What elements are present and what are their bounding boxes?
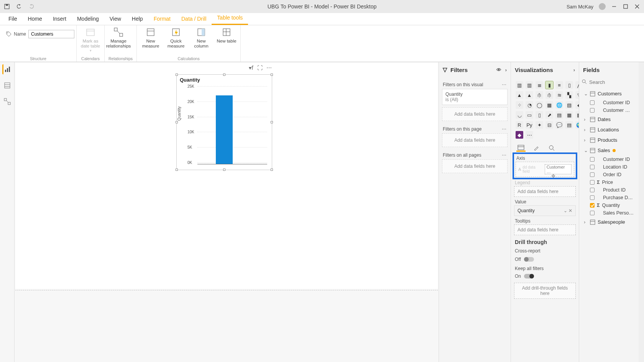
viz-multi-card-icon[interactable]: ▯ (536, 111, 543, 119)
close-button[interactable] (634, 3, 640, 10)
viz-arcgis-icon[interactable]: 🌍 (575, 121, 579, 129)
more-icon[interactable]: ⋯ (502, 152, 507, 158)
filter-card-quantity[interactable]: Quantity is (All) (442, 89, 508, 105)
field-row[interactable]: Location ID (582, 163, 641, 171)
quick-measure-button[interactable]: Quick measure (166, 27, 186, 49)
data-view-button[interactable] (2, 80, 12, 90)
tab-home[interactable]: Home (23, 13, 48, 25)
table-row[interactable]: ›Locations (582, 124, 641, 135)
viz-stacked-bar-icon[interactable]: ▥ (516, 81, 523, 89)
collapse-viz-icon[interactable]: › (573, 67, 575, 73)
viz-stacked-column-icon[interactable]: ▥ (526, 81, 533, 89)
tab-insert[interactable]: Insert (48, 13, 72, 25)
field-checkbox[interactable] (590, 180, 595, 185)
viz-shape-map-icon[interactable]: ◆ (575, 101, 579, 109)
format-tab-button[interactable] (532, 144, 541, 152)
table-row[interactable]: ⌄Customers (582, 88, 641, 99)
field-row[interactable]: Purchase D… (582, 194, 641, 201)
maximize-button[interactable] (623, 3, 629, 10)
field-row[interactable]: ΣQuantity (582, 201, 641, 209)
viz-line-column-icon[interactable]: ⫛ (536, 91, 543, 99)
tab-data-drill[interactable]: Data / Drill (176, 13, 212, 25)
viz-slicer-icon[interactable]: ▤ (555, 111, 563, 119)
fields-tab-button[interactable] (516, 144, 526, 152)
viz-filled-map-icon[interactable]: ▧ (565, 101, 573, 109)
viz-gauge-icon[interactable]: ◡ (516, 111, 523, 119)
field-row[interactable]: Customer … (582, 106, 641, 114)
report-view-button[interactable] (2, 64, 12, 74)
field-checkbox[interactable] (590, 100, 595, 105)
more-icon[interactable]: ⋯ (502, 126, 507, 132)
tab-view[interactable]: View (104, 13, 127, 25)
viz-treemap-icon[interactable]: ▦ (545, 101, 553, 109)
viz-qa-icon[interactable]: 💬 (555, 121, 563, 129)
viz-ribbon-icon[interactable]: ≋ (555, 91, 563, 99)
field-checkbox[interactable] (590, 195, 595, 200)
table-row[interactable]: ›Dates (582, 114, 641, 124)
viz-scatter-icon[interactable]: ⁘ (516, 101, 523, 109)
model-view-button[interactable] (2, 97, 12, 106)
visual-more-icon[interactable]: ⋯ (266, 65, 272, 71)
mark-as-date-table-button[interactable]: Mark as date table ▾ (80, 27, 100, 53)
field-row[interactable]: Product ID (582, 186, 641, 194)
value-field-well[interactable]: Quantity ⌄ ✕ (514, 205, 576, 216)
manage-relationships-button[interactable]: Manage relationships (108, 27, 128, 49)
viz-decomposition-icon[interactable]: ⊟ (545, 121, 553, 129)
vertical-scrollbar[interactable] (639, 62, 644, 362)
tab-help[interactable]: Help (127, 13, 148, 25)
chevron-down-icon[interactable]: ⌄ (564, 208, 567, 213)
new-column-button[interactable]: New column (191, 27, 211, 49)
viz-clustered-bar-icon[interactable]: ≣ (536, 81, 543, 89)
field-checkbox[interactable] (590, 211, 595, 215)
field-row[interactable]: Customer ID (582, 156, 641, 163)
viz-more-icon[interactable]: ⋯ (526, 131, 533, 139)
field-checkbox[interactable] (590, 108, 595, 113)
viz-key-influencers-icon[interactable]: ✦ (536, 121, 543, 129)
eye-icon[interactable]: 👁 (496, 67, 501, 73)
field-checkbox[interactable] (590, 157, 595, 162)
filters-page-dropzone[interactable]: Add data fields here (442, 133, 508, 147)
field-row[interactable]: Sales Perso… (582, 209, 641, 217)
chart-bar[interactable] (216, 95, 233, 164)
visual-focus-icon[interactable]: ⛶ (257, 65, 263, 71)
tab-modeling[interactable]: Modeling (72, 13, 104, 25)
tab-table-tools[interactable]: Table tools (212, 11, 248, 25)
viz-waterfall-icon[interactable]: ▚ (565, 91, 573, 99)
table-row[interactable]: ⌄Sales (582, 145, 641, 156)
viz-table-icon[interactable]: ▦ (565, 111, 573, 119)
viz-100-column-icon[interactable]: ▯ (565, 81, 573, 89)
remove-field-icon[interactable]: ✕ (568, 208, 572, 213)
field-checkbox[interactable] (590, 203, 595, 208)
new-table-button[interactable]: New table (217, 27, 237, 44)
more-icon[interactable]: ⋯ (502, 82, 507, 87)
drill-through-well[interactable]: Add drill-through fields here (514, 283, 576, 299)
viz-map-icon[interactable]: 🌐 (555, 101, 563, 109)
cross-report-toggle[interactable] (524, 257, 534, 262)
viz-matrix-icon[interactable]: ▦ (575, 111, 579, 119)
table-row[interactable]: ›Salespeople (582, 217, 641, 227)
field-row[interactable]: ΣPrice (582, 179, 641, 186)
page-tabs-bar[interactable] (15, 290, 438, 301)
table-name-input[interactable] (28, 30, 74, 38)
viz-powerapps-icon[interactable]: ◆ (516, 131, 523, 139)
save-icon[interactable] (4, 3, 10, 10)
viz-r-icon[interactable]: R (516, 121, 523, 129)
viz-card-icon[interactable]: ▭ (526, 111, 533, 119)
table-row[interactable]: ›Products (582, 135, 641, 145)
viz-stacked-area-icon[interactable]: ▲ (526, 91, 533, 99)
viz-line-icon[interactable]: ⋀ (575, 81, 579, 89)
report-canvas[interactable]: ▾𝖿 ⛶ ⋯ Quantity Quantity 0K5K10K15K20K25… (15, 62, 439, 362)
filters-all-dropzone[interactable]: Add data fields here (442, 159, 508, 173)
minimize-button[interactable] (611, 3, 617, 10)
visual-filter-icon[interactable]: ▾𝖿 (249, 65, 253, 71)
viz-line-clustered-icon[interactable]: ⫛ (545, 91, 553, 99)
fields-search-input[interactable] (589, 79, 644, 85)
redo-icon[interactable] (28, 3, 34, 10)
collapse-filters-icon[interactable]: › (505, 67, 507, 73)
filters-visual-dropzone[interactable]: Add data fields here (442, 107, 508, 121)
field-checkbox[interactable] (590, 172, 595, 177)
user-avatar[interactable] (599, 3, 606, 10)
axis-field-well[interactable]: Add data field Customer … ✥ (516, 162, 574, 177)
viz-pie-icon[interactable]: ◔ (526, 101, 533, 109)
field-row[interactable]: Customer ID (582, 99, 641, 106)
